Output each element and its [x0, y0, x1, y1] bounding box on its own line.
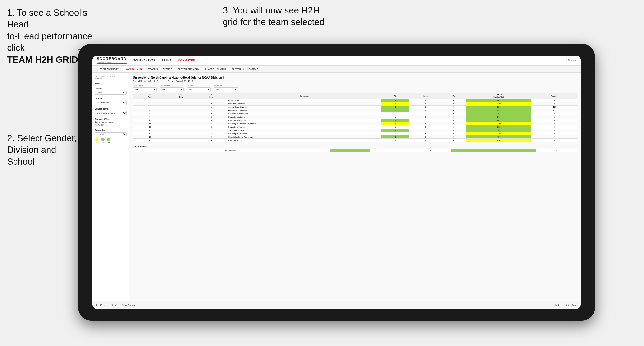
toolbar: ↺ ↻ ‹ › ⊕ ⏱ View: Original Watch ▾ 💬 Sha… [92, 301, 581, 309]
table-row: 4 1 Arizona State University 5 1 0 2.29 … [133, 106, 577, 109]
cell-conf: 1 [195, 99, 227, 102]
conference-filter: Conference (All) [160, 85, 184, 91]
comment-button[interactable]: 💬 [566, 304, 569, 306]
nav-committee[interactable]: COMMITTEE [178, 58, 195, 63]
opponent-filter-select[interactable]: (All) [214, 87, 238, 91]
col-tie: Tie [442, 93, 466, 99]
conference-filter-select[interactable]: (All) [160, 87, 184, 91]
cell-diff: -4.42 [466, 139, 532, 142]
zoom-button[interactable]: ⊕ [111, 303, 113, 307]
cell-opponent: University of Alabama [227, 119, 382, 122]
cell-reg [167, 99, 195, 102]
cell-conf: 5 [195, 119, 227, 122]
back-button[interactable]: ‹ [104, 304, 105, 307]
col-diff: Diff AvStrokes/Rnd [466, 93, 532, 99]
cell-reg [167, 139, 195, 142]
col-opponent: Opponent [227, 93, 382, 99]
forward-button[interactable]: › [108, 304, 108, 307]
cell-rounds: 9 [532, 99, 577, 102]
cell-loss: 1 [409, 99, 442, 102]
out-div-loss: 0 [370, 149, 411, 152]
conference-filter-label: Conference [160, 85, 184, 87]
subnav-team-h2h-heatmap[interactable]: TEAM H2H HEATMAP [146, 66, 175, 72]
opponent-view-section: Opponent View Opponents Played Top 100 [95, 118, 126, 126]
subnav-player-h2h-grid[interactable]: PLAYER H2H GRID [202, 66, 229, 72]
cell-opponent: University of Arizona [227, 116, 382, 119]
cell-tie: 0 [442, 135, 466, 139]
opponents-filter-select[interactable]: (All) [133, 87, 157, 91]
cell-reg [167, 135, 195, 139]
cell-win: 1 [382, 109, 409, 112]
nav-teams[interactable]: TEAMS [162, 58, 171, 63]
sign-out-button[interactable]: | Sign out [566, 59, 576, 62]
cell-rank: 8 [133, 112, 167, 116]
out-div-table: NCAA Division II 1 0 0 26.00 3 [133, 149, 577, 152]
cell-win: 3 [382, 139, 409, 142]
time-button[interactable]: ⏱ [115, 304, 118, 307]
region-filter-select[interactable]: (All) [187, 87, 211, 91]
table-row: 13 1 Texas Tech University 3 0 0 5.56 9 [133, 129, 577, 132]
nav-tournaments[interactable]: TOURNAMENTS [134, 58, 155, 63]
top-100-option[interactable]: Top 100 [95, 124, 126, 126]
watch-button[interactable]: Watch ▾ [555, 304, 563, 306]
colour-level-label: Level [101, 142, 105, 143]
cell-conf: 1 [195, 106, 227, 109]
table-row: 3 2 Vanderbilt University 0 4 0 -2.29 8 [133, 102, 577, 106]
cell-diff: 1.67 [466, 99, 532, 102]
out-div-row: NCAA Division II 1 0 0 26.00 3 [133, 149, 577, 152]
cell-rank: 10 [133, 119, 167, 122]
table-row: 2 1 Auburn University 2 1 0 1.67 9 [133, 99, 577, 102]
cell-tie: 0 [442, 112, 466, 116]
tablet: SCOREBOARD Powered by clippi TOURNAMENTS… [78, 44, 595, 321]
cell-tie: 0 [442, 106, 466, 109]
division-select[interactable]: NCAA Division I [95, 101, 126, 105]
school-select[interactable]: 1. University of Nort... [95, 111, 126, 115]
cell-conf: 1 [195, 129, 227, 132]
subnav-player-summary[interactable]: PLAYER SUMMARY [175, 66, 202, 72]
cell-tie: 0 [442, 102, 466, 106]
team-label: Team [95, 82, 126, 84]
nav-items: TOURNAMENTS TEAMS COMMITTEE [134, 58, 195, 63]
last-updated: Last Updated: 27/03/2024 16:55:38 [95, 75, 126, 80]
cell-conf: 2 [195, 102, 227, 106]
cell-win: 1 [382, 112, 409, 116]
colour-by-select[interactable]: Win/loss [95, 132, 126, 136]
cell-loss: 0 [409, 116, 442, 119]
annotation-3: 3. You will now see H2H grid for the tea… [223, 5, 346, 28]
school-label: School (Rank) [95, 108, 126, 110]
table-row: 12 3 University of Virginia 1 0 0 2.33 3 [133, 125, 577, 129]
logo-subtext: Powered by clippi [97, 61, 126, 63]
content-area: Last Updated: 27/03/2024 16:55:38 Team G… [92, 73, 581, 309]
opponents-filter-label: Opponents: [133, 85, 157, 87]
subnav-player-h2h-heatmap[interactable]: PLAYER H2H HEATMAP [229, 66, 261, 72]
share-button[interactable]: Share [572, 304, 578, 306]
cell-rank: 6 [133, 109, 167, 112]
table-row: 9 3 University of Arizona 1 0 0 9.00 2 [133, 116, 577, 119]
col-conf: #Conf [195, 93, 227, 99]
cell-loss: 1 [409, 122, 442, 125]
cell-opponent: Auburn University [227, 99, 382, 102]
subnav-team-summary[interactable]: TEAM SUMMARY [97, 66, 121, 72]
undo-button[interactable]: ↺ [95, 303, 98, 307]
colour-up-label: Up [107, 142, 110, 143]
cell-opponent: University of Virginia [227, 125, 382, 129]
out-div-win: 1 [330, 149, 370, 152]
opponents-played-option[interactable]: Opponents Played [95, 121, 126, 123]
cell-tie: 0 [442, 109, 466, 112]
redo-button[interactable]: ↻ [100, 303, 102, 307]
colour-legend: Down Level Up [95, 138, 126, 143]
cell-tie: 0 [442, 139, 466, 142]
cell-opponent: University of Arkansas, Fayetteville [227, 122, 382, 125]
col-rounds: Rounds [532, 93, 577, 99]
cell-reg [167, 112, 195, 116]
cell-opponent: University of Oklahoma [227, 132, 382, 135]
cell-win: 6 [382, 135, 409, 139]
subnav-team-h2h-grid[interactable]: TEAM H2H GRID [121, 66, 146, 72]
cell-win: 0 [382, 102, 409, 106]
cell-rank: 13 [133, 129, 167, 132]
view-original-button[interactable]: View: Original [122, 304, 135, 306]
grid-records: Overall Record: 89 - 17 - 0 Division Rec… [133, 80, 577, 82]
cell-reg [167, 119, 195, 122]
region-filter-label: Region [187, 85, 211, 87]
gender-select[interactable]: Men's [95, 91, 126, 95]
